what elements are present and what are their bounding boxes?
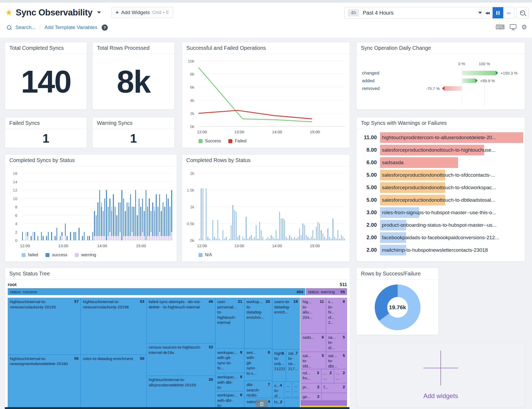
value-bar[interactable] xyxy=(204,173,205,240)
stacked-bar[interactable] xyxy=(50,173,50,240)
value-bar[interactable] xyxy=(257,173,258,240)
value-bar[interactable] xyxy=(231,173,232,240)
value-bar[interactable] xyxy=(298,173,298,240)
legend-item[interactable]: success xyxy=(46,253,67,257)
value-bar[interactable] xyxy=(211,173,212,240)
value-bar[interactable] xyxy=(321,173,321,240)
value-bar[interactable] xyxy=(277,173,278,240)
value-bar[interactable] xyxy=(317,173,318,240)
value-bar[interactable] xyxy=(311,173,312,240)
value-bar[interactable] xyxy=(256,173,257,240)
value-bar[interactable] xyxy=(302,173,303,240)
top-sync-row[interactable]: 2.00mailchimp-to-hubspotnewslettercontac… xyxy=(357,244,523,256)
stacked-bar[interactable] xyxy=(61,173,62,240)
treemap-cell[interactable]: rol... fro...3 xyxy=(301,369,321,383)
value-bar[interactable] xyxy=(276,173,277,240)
favorite-star-icon[interactable]: ★ xyxy=(5,9,13,16)
value-bar[interactable] xyxy=(316,173,317,240)
stacked-bar[interactable] xyxy=(84,173,85,240)
top-sync-row[interactable]: 6.00sadsasda xyxy=(357,156,523,169)
value-bar[interactable] xyxy=(306,173,307,240)
value-bar[interactable] xyxy=(271,173,271,240)
widget-failed-syncs[interactable]: Failed Syncs 1 xyxy=(5,117,87,148)
treemap-cell[interactable]: sa... to- sf...5 xyxy=(326,334,347,352)
value-bar[interactable] xyxy=(301,173,302,240)
value-bar[interactable] xyxy=(214,173,215,240)
stacked-bar[interactable] xyxy=(34,173,35,240)
help-icon[interactable]: ? xyxy=(102,24,108,31)
widget-total-completed-syncs[interactable]: Total Completed Syncs 140 xyxy=(5,42,87,110)
stacked-bar[interactable] xyxy=(118,173,119,240)
treemap-cell[interactable]: wor... with- git- sync- to-s...8 xyxy=(245,349,272,381)
top-sync-row[interactable]: 8.00salesforceproductiondonottouch-to-hi… xyxy=(357,144,523,156)
treemap-cell[interactable]: sads...6 xyxy=(301,334,326,352)
value-bar[interactable] xyxy=(314,173,315,240)
value-bar[interactable] xyxy=(326,173,327,240)
stacked-bar[interactable] xyxy=(123,173,124,240)
value-bar[interactable] xyxy=(249,173,250,240)
widget-total-rows-processed[interactable]: Total Rows Processed 8k xyxy=(92,42,175,110)
plot-area[interactable] xyxy=(22,173,172,240)
treemap-cell[interactable]: ... ...2 xyxy=(321,369,334,383)
stacked-bar[interactable] xyxy=(82,173,83,240)
treemap-cell[interactable]: worksp... to- datadog- enrichm...20 xyxy=(245,298,272,348)
time-back-button[interactable]: ◀◀ xyxy=(482,7,493,18)
value-bar[interactable] xyxy=(206,173,207,240)
value-bar[interactable] xyxy=(312,173,313,240)
stacked-bar[interactable] xyxy=(58,173,59,240)
stacked-bar[interactable] xyxy=(65,173,66,240)
legend-item[interactable]: Failed xyxy=(228,139,246,143)
stacked-bar[interactable] xyxy=(132,173,133,240)
stacked-bar[interactable] xyxy=(106,173,107,240)
value-bar[interactable] xyxy=(334,173,335,240)
value-bar[interactable] xyxy=(216,173,217,240)
value-bar[interactable] xyxy=(296,173,296,240)
value-bar[interactable] xyxy=(294,173,295,240)
stacked-bar[interactable] xyxy=(133,173,134,240)
change-chart[interactable]: 0 %100 %changed+150.3 %added+59.9 %remov… xyxy=(362,54,519,109)
tv-mode-icon[interactable] xyxy=(510,24,517,30)
value-bar[interactable] xyxy=(329,173,330,240)
stacked-bar[interactable] xyxy=(32,173,33,240)
value-bar[interactable] xyxy=(232,173,233,240)
title-dropdown-icon[interactable] xyxy=(97,11,101,14)
stacked-bar[interactable] xyxy=(151,173,151,240)
top-sync-row[interactable]: 2.00product-onboarding-status-to-hubspot… xyxy=(357,219,523,231)
widget-syncs-by-status[interactable]: Completed Syncs by Status 0246810121416 … xyxy=(5,154,177,262)
value-bar[interactable] xyxy=(228,173,228,240)
value-bar[interactable] xyxy=(207,173,208,240)
legend-item[interactable]: failed xyxy=(22,253,38,257)
value-bar[interactable] xyxy=(273,173,273,240)
value-bar[interactable] xyxy=(274,173,275,240)
stacked-bar[interactable] xyxy=(128,173,129,240)
value-bar[interactable] xyxy=(344,173,345,240)
stacked-bar[interactable] xyxy=(120,173,121,240)
stacked-bar[interactable] xyxy=(163,173,163,240)
stacked-bar[interactable] xyxy=(158,173,158,240)
bar-chart[interactable]: 0k0.5k1k1.5k2k 12:0013:0014:0015:00 N/A xyxy=(182,166,350,262)
stacked-bar[interactable] xyxy=(146,173,146,240)
stacked-bar[interactable] xyxy=(144,173,145,240)
series-label[interactable]: changed xyxy=(362,71,379,76)
stacked-bar[interactable] xyxy=(92,173,93,240)
widget-operations-timeseries[interactable]: Successful and Failed Operations 0k2k4k6… xyxy=(182,42,350,148)
stacked-bar[interactable] xyxy=(171,173,172,240)
treemap-section-header[interactable]: status: warning55 xyxy=(306,288,347,295)
value-bar[interactable] xyxy=(292,173,293,240)
stacked-bar[interactable] xyxy=(80,173,81,240)
stacked-bar[interactable] xyxy=(48,173,49,240)
plot-area[interactable] xyxy=(199,61,345,126)
stacked-bar[interactable] xyxy=(91,173,92,240)
stacked-bar[interactable] xyxy=(139,173,139,240)
stacked-bar[interactable] xyxy=(75,173,76,240)
stacked-bar[interactable] xyxy=(109,173,110,240)
treemap-cell[interactable]: user- personali... to- hightouch- intern… xyxy=(216,298,244,348)
stacked-bar[interactable] xyxy=(170,173,170,240)
stacked-bar[interactable] xyxy=(161,173,162,240)
value-bar[interactable] xyxy=(226,173,226,240)
treemap-cell[interactable]: ... ... ... xyxy=(292,382,300,398)
value-bar[interactable] xyxy=(339,173,340,240)
value-bar[interactable] xyxy=(304,173,305,240)
value-bar[interactable] xyxy=(279,173,280,240)
value-bar[interactable] xyxy=(246,173,246,240)
